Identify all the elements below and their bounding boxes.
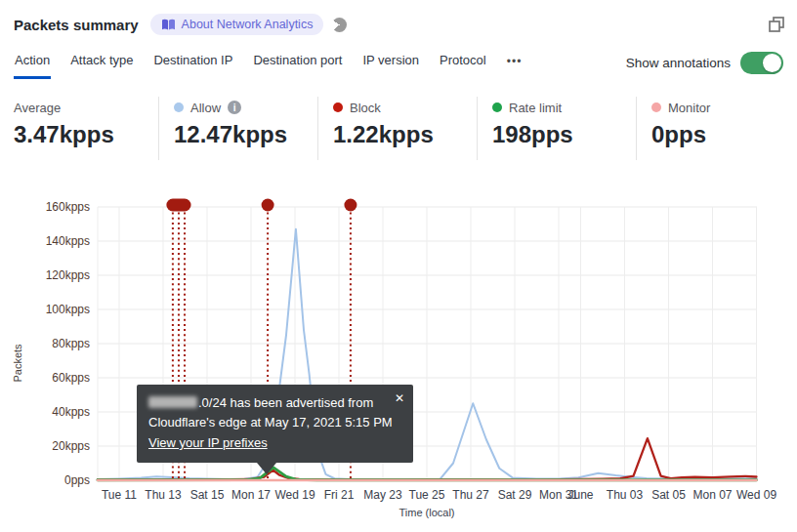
badge-label: About Network Analytics xyxy=(182,18,314,31)
show-annotations-label: Show annotations xyxy=(626,56,731,70)
x-axis-labels: Tue 11Thu 13Sat 15Mon 17Wed 19Fri 21May … xyxy=(102,488,776,502)
stat-value: 0pps xyxy=(651,121,795,148)
tooltip-pointer xyxy=(257,463,276,474)
svg-text:Tue 25: Tue 25 xyxy=(409,488,445,502)
svg-text:Thu 13: Thu 13 xyxy=(145,488,182,502)
tab-protocol[interactable]: Protocol xyxy=(439,47,487,79)
svg-text:Thu 03: Thu 03 xyxy=(607,488,644,502)
stat-value: 1.22kpps xyxy=(333,121,477,148)
tab-attack-type[interactable]: Attack type xyxy=(69,47,134,79)
onboarding-beacon-icon[interactable] xyxy=(332,18,347,32)
stat-label-row: Rate limit xyxy=(492,100,636,115)
tooltip-line2: Cloudflare's edge at May 17, 2021 5:15 P… xyxy=(148,413,401,432)
tab-row: ActionAttack typeDestination IPDestinati… xyxy=(14,47,783,79)
svg-text:60kpps: 60kpps xyxy=(52,371,90,385)
y-axis-title: Packets xyxy=(12,344,23,383)
stat-average: Average3.47kpps xyxy=(14,97,158,160)
tab-destination-ip[interactable]: Destination IP xyxy=(152,47,233,79)
stat-label-row: Allowi xyxy=(174,100,317,115)
y-axis-labels: 0pps20kpps40kpps60kpps80kpps100kpps120kp… xyxy=(46,200,90,487)
svg-text:Wed 19: Wed 19 xyxy=(274,488,315,502)
svg-text:160kpps: 160kpps xyxy=(46,200,90,214)
svg-text:40kpps: 40kpps xyxy=(52,405,90,419)
monitor-legend-dot xyxy=(651,102,661,112)
x-axis-title: Time (local) xyxy=(398,507,454,518)
page-title: Packets summary xyxy=(14,17,139,33)
annotations-control: Show annotations xyxy=(626,47,783,74)
toggle-knob xyxy=(763,54,781,72)
svg-text:May 23: May 23 xyxy=(363,488,402,502)
stats-row: Average3.47kppsAllowi12.47kppsBlock1.22k… xyxy=(14,97,795,160)
redacted-ip xyxy=(148,396,197,408)
block-legend-dot xyxy=(333,102,343,112)
view-ip-prefixes-link[interactable]: View your IP prefixes xyxy=(148,433,268,453)
stat-label-row: Block xyxy=(333,100,477,115)
svg-text:Tue 11: Tue 11 xyxy=(102,488,137,502)
tab-ip-version[interactable]: IP version xyxy=(361,47,420,79)
stat-label: Monitor xyxy=(668,101,710,115)
stat-value: 3.47kpps xyxy=(14,121,158,148)
svg-text:80kpps: 80kpps xyxy=(52,337,90,350)
svg-text:June: June xyxy=(567,488,593,502)
info-icon[interactable]: i xyxy=(228,101,241,114)
tab-destination-port[interactable]: Destination port xyxy=(252,47,343,79)
stat-block: Block1.22kpps xyxy=(317,97,477,160)
tab-action[interactable]: Action xyxy=(14,47,51,79)
svg-text:Sat 15: Sat 15 xyxy=(190,488,225,502)
allow-legend-dot xyxy=(174,102,184,112)
stat-allow: Allowi12.47kpps xyxy=(158,97,317,160)
annotation-cluster-marker[interactable] xyxy=(166,199,190,212)
tabs-overflow-button[interactable]: ••• xyxy=(506,47,524,79)
tooltip-line1: .0/24 has been advertised from xyxy=(148,393,401,413)
svg-text:Sat 29: Sat 29 xyxy=(498,488,532,502)
packets-chart: 0pps20kpps40kpps60kpps80kpps100kpps120kp… xyxy=(0,185,797,532)
stat-label: Rate limit xyxy=(509,101,562,115)
stat-monitor: Monitor0pps xyxy=(636,97,795,160)
stat-label-row: Monitor xyxy=(651,100,795,115)
stat-label: Allow xyxy=(190,101,221,115)
svg-text:Fri 21: Fri 21 xyxy=(324,488,355,502)
annotation-tooltip: ✕ .0/24 has been advertised from Cloudfl… xyxy=(137,385,413,463)
tab-bar: ActionAttack typeDestination IPDestinati… xyxy=(14,47,541,79)
about-network-analytics-badge[interactable]: About Network Analytics xyxy=(150,14,324,35)
rate-limit-legend-dot xyxy=(492,102,502,112)
show-annotations-toggle[interactable] xyxy=(740,52,783,74)
stat-value: 198pps xyxy=(492,121,636,148)
stat-label: Block xyxy=(350,101,381,115)
stat-value: 12.47kpps xyxy=(174,121,317,148)
annotation-marker[interactable] xyxy=(262,199,274,212)
svg-text:Sat 05: Sat 05 xyxy=(651,488,686,502)
svg-text:140kpps: 140kpps xyxy=(46,234,90,248)
svg-text:120kpps: 120kpps xyxy=(46,268,90,282)
svg-text:Thu 27: Thu 27 xyxy=(452,488,489,502)
svg-text:Wed 09: Wed 09 xyxy=(736,488,776,502)
annotation-marker[interactable] xyxy=(344,199,357,212)
svg-text:20kpps: 20kpps xyxy=(52,439,90,453)
stat-label: Average xyxy=(14,101,61,115)
panel-header: Packets summary About Network Analytics xyxy=(14,10,785,39)
book-icon xyxy=(161,19,176,31)
open-in-new-window-icon[interactable] xyxy=(768,16,785,33)
packets-summary-panel: Packets summary About Network Analytics … xyxy=(0,0,797,532)
stat-rate-limit: Rate limit198pps xyxy=(477,97,636,160)
svg-text:0pps: 0pps xyxy=(64,473,90,487)
svg-text:Mon 07: Mon 07 xyxy=(692,488,732,502)
svg-text:100kpps: 100kpps xyxy=(46,303,90,316)
svg-text:Mon 17: Mon 17 xyxy=(231,488,271,502)
stat-label-row: Average xyxy=(14,100,158,115)
close-icon[interactable]: ✕ xyxy=(395,389,404,407)
